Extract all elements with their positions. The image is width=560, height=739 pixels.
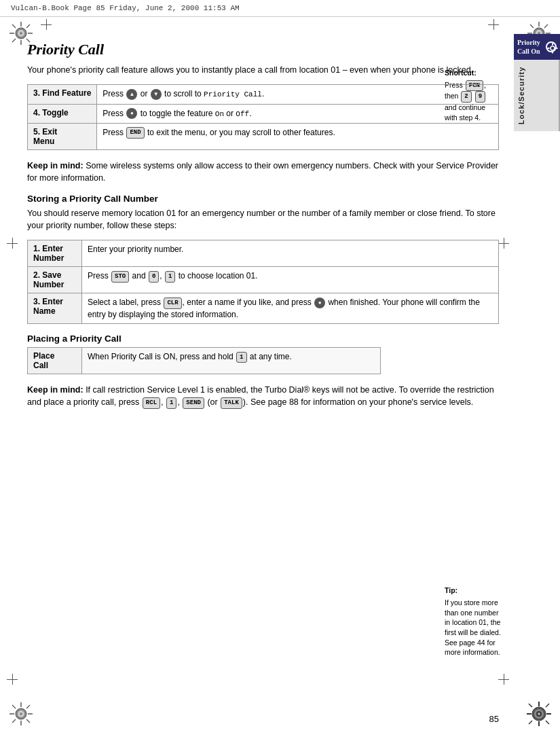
gear-icon <box>546 41 557 52</box>
table-row: 4. Toggle Press ● to toggle the feature … <box>28 104 499 123</box>
priority-call-box: Priority Call On <box>514 34 560 60</box>
intro-text: Your phone's priority call feature allow… <box>27 64 499 76</box>
tip-text: If you store more than one number in loc… <box>445 598 506 657</box>
keep-in-mind-label-2: Keep in mind: <box>27 385 83 395</box>
table-row: 3. EnterName Select a label, press CLR, … <box>28 293 499 324</box>
svg-line-43 <box>546 704 549 707</box>
place-call-table: PlaceCall When Priority Call is ON, pres… <box>27 347 381 374</box>
storing-heading: Storing a Priority Call Number <box>27 194 499 204</box>
corner-decoration-br <box>526 701 552 727</box>
sto-button: STO <box>111 271 129 283</box>
svg-line-7 <box>12 24 16 28</box>
talk-button: TALK <box>221 397 242 409</box>
ok-button: ● <box>126 108 137 119</box>
keep-in-mind-1: Keep in mind: Some wireless systems only… <box>27 160 499 184</box>
off-text: Off <box>236 110 249 118</box>
storing-step2-num: 2. <box>33 270 40 280</box>
step5-content: Press END to exit the menu, or you may s… <box>97 123 499 149</box>
one-button-3: 1 <box>166 397 176 409</box>
svg-point-45 <box>550 46 555 50</box>
place-call-content: When Priority Call is ON, press and hold… <box>82 348 381 374</box>
table-row: 2. SaveNumber Press STO and 0, 1 to choo… <box>28 267 499 293</box>
svg-rect-46 <box>552 43 553 46</box>
priority-box-text: Priority Call On <box>517 38 540 56</box>
storing-step3-label: 3. EnterName <box>28 293 82 324</box>
table-row: 3. Find Feature Press ▲ or ▼ to scroll t… <box>28 85 499 104</box>
top-bar: Vulcan-B.Book Page 85 Friday, June 2, 20… <box>0 0 560 17</box>
svg-line-29 <box>12 705 16 708</box>
on-text: On <box>215 110 224 118</box>
send-button: SEND <box>183 397 204 409</box>
svg-rect-49 <box>556 48 558 49</box>
page-number: 85 <box>489 714 499 724</box>
main-steps-table: 3. Find Feature Press ▲ or ▼ to scroll t… <box>27 84 499 150</box>
svg-line-18 <box>530 24 534 28</box>
svg-line-20 <box>544 24 548 28</box>
keep-in-mind-2: Keep in mind: If call restriction Servic… <box>27 384 499 408</box>
cross-mark-bl <box>7 674 18 685</box>
svg-point-2 <box>20 32 22 35</box>
right-sidebar: Priority Call On Lock/Security <box>514 34 560 131</box>
storing-steps-table: 1. EnterNumber Enter your priority numbe… <box>27 240 499 324</box>
storing-step1-num: 1. <box>33 244 40 253</box>
step3-label: 3. Find Feature <box>28 85 97 104</box>
svg-rect-47 <box>552 52 553 54</box>
place-call-label: PlaceCall <box>28 348 82 374</box>
down-button: ▼ <box>151 89 162 100</box>
tip-box: Tip: If you store more than one number i… <box>445 585 506 657</box>
step3-content: Press ▲ or ▼ to scroll to Priority Call. <box>97 85 499 104</box>
step4-number: 4. <box>33 108 40 118</box>
svg-line-44 <box>529 721 532 724</box>
step4-label: 4. Toggle <box>28 104 97 123</box>
priority-line2: Call On <box>517 47 540 56</box>
storing-step3-num: 3. <box>33 297 40 306</box>
svg-line-32 <box>12 719 16 723</box>
tip-label: Tip: <box>445 585 506 596</box>
storing-step2-content: Press STO and 0, 1 to choose location 01… <box>82 267 499 293</box>
svg-rect-48 <box>548 48 550 49</box>
step4-content: Press ● to toggle the feature On or Off. <box>97 104 499 123</box>
up-button: ▲ <box>126 89 137 100</box>
cross-mark-tr <box>488 19 499 30</box>
header-text: Vulcan-B.Book Page 85 Friday, June 2, 20… <box>11 4 240 12</box>
step5-label: 5. ExitMenu <box>28 123 97 149</box>
ok-button-2: ● <box>314 298 325 308</box>
priority-line1: Priority <box>517 38 540 47</box>
svg-line-10 <box>12 39 16 42</box>
step3-number: 3. <box>33 88 40 98</box>
keep-in-mind-label-1: Keep in mind: <box>27 161 83 170</box>
storing-step1-content: Enter your priority number. <box>82 240 499 267</box>
zero-button: 0 <box>149 271 159 283</box>
svg-line-42 <box>546 721 549 724</box>
cross-mark-ml <box>7 238 18 249</box>
table-row: 1. EnterNumber Enter your priority numbe… <box>28 240 499 267</box>
page: Vulcan-B.Book Page 85 Friday, June 2, 20… <box>0 0 560 739</box>
one-button-2: 1 <box>236 352 246 363</box>
storing-text: You should reserve memory location 01 fo… <box>27 207 499 232</box>
sunburst-icon-br <box>526 701 552 727</box>
step5-number: 5. <box>33 127 40 137</box>
page-title: Priority Call <box>27 41 499 58</box>
lock-security-tab[interactable]: Lock/Security <box>514 60 560 131</box>
svg-line-9 <box>26 24 30 28</box>
svg-line-41 <box>529 704 532 707</box>
end-button: END <box>126 127 144 139</box>
storing-step2-label: 2. SaveNumber <box>28 267 82 293</box>
cross-mark-tl <box>41 19 52 30</box>
placing-heading: Placing a Priority Call <box>27 334 499 344</box>
storing-step3-content: Select a label, press CLR, enter a name … <box>82 293 499 324</box>
svg-line-30 <box>26 719 30 723</box>
clr-button: CLR <box>164 298 181 309</box>
svg-point-24 <box>20 713 22 715</box>
rcl-button: RCL <box>143 397 160 409</box>
table-row: PlaceCall When Priority Call is ON, pres… <box>28 348 381 374</box>
svg-point-36 <box>538 713 540 715</box>
one-button-1: 1 <box>165 271 175 283</box>
table-row: 5. ExitMenu Press END to exit the menu, … <box>28 123 499 149</box>
main-content: Priority Call Your phone's priority call… <box>27 34 506 712</box>
storing-step1-label: 1. EnterNumber <box>28 240 82 267</box>
priority-call-mono: Priority Call <box>204 90 262 98</box>
